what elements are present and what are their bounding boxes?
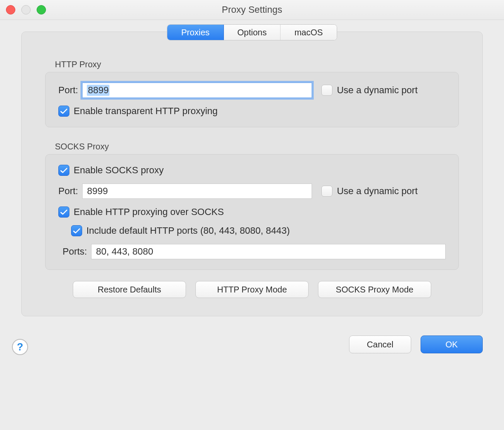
check-icon xyxy=(60,168,67,173)
socks-enable-label: Enable SOCKS proxy xyxy=(74,165,164,176)
http-port-value: 8899 xyxy=(87,85,109,96)
http-dynamic-port-checkbox[interactable] xyxy=(321,85,332,96)
socks-include-default-ports-checkbox[interactable] xyxy=(71,225,82,236)
titlebar: Proxy Settings xyxy=(0,0,504,20)
zoom-window-button[interactable] xyxy=(37,5,46,14)
socks-http-over-socks-label: Enable HTTP proxying over SOCKS xyxy=(74,206,224,218)
socks-dynamic-port-checkbox[interactable] xyxy=(321,186,332,197)
http-proxy-group: Port: 8899 Use a dynamic port Enable tra… xyxy=(45,72,459,127)
check-icon xyxy=(73,228,80,234)
cancel-button[interactable]: Cancel xyxy=(349,335,411,353)
mode-button-row: Restore Defaults HTTP Proxy Mode SOCKS P… xyxy=(45,281,459,298)
socks-port-input[interactable]: 8999 xyxy=(82,183,312,199)
socks-http-over-socks-checkbox[interactable] xyxy=(58,206,69,218)
socks-proxy-section-label: SOCKS Proxy xyxy=(55,142,482,152)
socks-dynamic-port-label: Use a dynamic port xyxy=(337,186,418,197)
tab-bar: Proxies Options macOS xyxy=(167,24,337,40)
http-port-label: Port: xyxy=(58,85,78,96)
close-window-button[interactable] xyxy=(6,5,15,14)
socks-proxy-mode-button[interactable]: SOCKS Proxy Mode xyxy=(318,281,431,298)
ok-button[interactable]: OK xyxy=(421,335,483,353)
socks-ports-label: Ports: xyxy=(63,246,87,257)
http-dynamic-port-label: Use a dynamic port xyxy=(337,85,418,96)
http-enable-transparent-checkbox[interactable] xyxy=(58,106,69,117)
socks-port-value: 8999 xyxy=(87,186,108,197)
socks-port-label: Port: xyxy=(58,186,78,197)
help-icon: ? xyxy=(17,341,23,353)
tab-options[interactable]: Options xyxy=(224,25,281,40)
window-title: Proxy Settings xyxy=(222,4,282,15)
http-proxy-mode-button[interactable]: HTTP Proxy Mode xyxy=(195,281,309,298)
help-button[interactable]: ? xyxy=(12,339,28,355)
dialog-footer: ? Cancel OK xyxy=(21,335,483,359)
socks-ports-value: 80, 443, 8080 xyxy=(96,246,153,257)
http-enable-transparent-label: Enable transparent HTTP proxying xyxy=(74,106,218,117)
http-port-input[interactable]: 8899 xyxy=(82,83,312,98)
tab-proxies[interactable]: Proxies xyxy=(167,25,224,40)
socks-proxy-group: Enable SOCKS proxy Port: 8999 Use a dyna… xyxy=(45,154,459,270)
socks-include-default-ports-label: Include default HTTP ports (80, 443, 808… xyxy=(86,225,290,236)
tab-macos[interactable]: macOS xyxy=(281,25,337,40)
minimize-window-button[interactable] xyxy=(21,5,31,14)
restore-defaults-button[interactable]: Restore Defaults xyxy=(73,281,186,298)
socks-enable-checkbox[interactable] xyxy=(58,165,69,176)
window-controls xyxy=(6,5,46,14)
settings-panel: Proxies Options macOS HTTP Proxy Port: 8… xyxy=(21,32,483,316)
socks-ports-input[interactable]: 80, 443, 8080 xyxy=(91,244,446,259)
check-icon xyxy=(60,209,67,215)
check-icon xyxy=(60,109,67,114)
http-proxy-section-label: HTTP Proxy xyxy=(55,60,482,69)
